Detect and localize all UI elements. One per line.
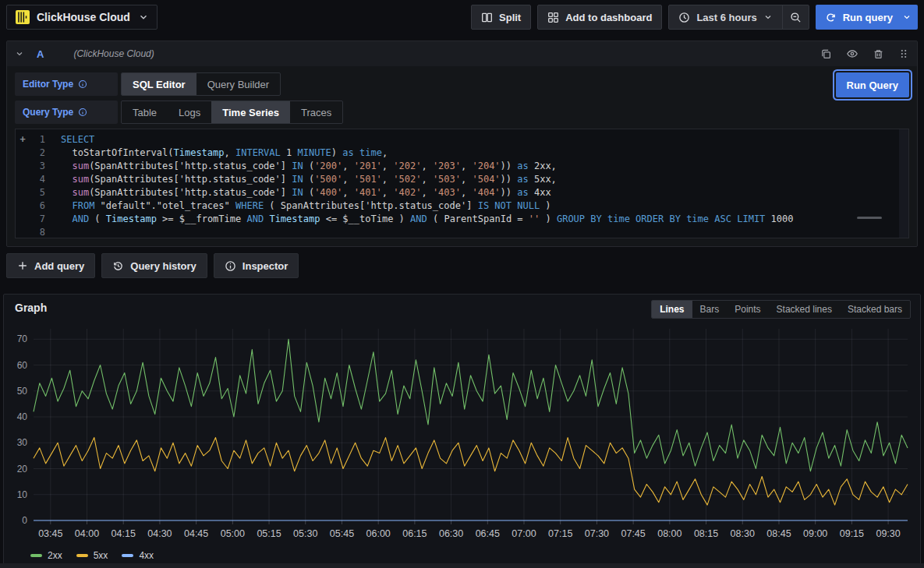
code-line[interactable]: 6 FROM "default"."otel_traces" WHERE ( S… bbox=[16, 199, 908, 213]
query-type-option-time-series[interactable]: Time Series bbox=[211, 101, 290, 123]
sql-code-editor[interactable]: +1SELECT2 toStartOfInterval(Timestamp, I… bbox=[15, 129, 909, 238]
query-row-header[interactable]: A (ClickHouse Cloud) bbox=[7, 41, 917, 66]
query-type-toggle: Table Logs Time Series Traces bbox=[121, 101, 343, 124]
code-token bbox=[61, 174, 72, 185]
query-type-option-traces[interactable]: Traces bbox=[290, 101, 342, 123]
code-token: '401' bbox=[354, 187, 382, 198]
editor-scrollbar-track[interactable] bbox=[899, 129, 908, 238]
line-number: 4 bbox=[30, 173, 45, 186]
line-gutter: +1 bbox=[16, 133, 51, 146]
x-tick-label: 04:15 bbox=[112, 528, 136, 539]
add-to-dashboard-label: Add to dashboard bbox=[565, 12, 652, 23]
split-button[interactable]: Split bbox=[471, 5, 531, 30]
code-token: , bbox=[382, 174, 393, 185]
code-text: toStartOfInterval(Timestamp, INTERVAL 1 … bbox=[51, 146, 388, 160]
code-token: as bbox=[517, 161, 528, 171]
inspector-button[interactable]: Inspector bbox=[214, 253, 299, 278]
query-type-option-table[interactable]: Table bbox=[122, 101, 168, 123]
code-line[interactable]: 2 toStartOfInterval(Timestamp, INTERVAL … bbox=[16, 146, 908, 160]
display-mode-stacked-lines[interactable]: Stacked lines bbox=[769, 301, 840, 318]
line-gutter: 5 bbox=[16, 186, 51, 199]
display-mode-stacked-bars[interactable]: Stacked bars bbox=[840, 301, 910, 318]
x-tick-label: 05:45 bbox=[330, 528, 354, 539]
time-range-button[interactable]: Last 6 hours bbox=[669, 5, 781, 29]
zoom-out-button[interactable] bbox=[782, 5, 809, 29]
add-query-button[interactable]: Add query bbox=[6, 253, 95, 278]
query-type-row: Query Type Table Logs Time Series Traces bbox=[15, 101, 909, 124]
code-token: 4xx bbox=[529, 187, 551, 198]
line-gutter: 8 bbox=[16, 226, 51, 238]
y-tick-label: 20 bbox=[17, 464, 28, 475]
query-type-option-logs[interactable]: Logs bbox=[168, 101, 211, 123]
collapse-chevron-icon[interactable] bbox=[15, 49, 24, 58]
code-token: WHERE bbox=[235, 200, 264, 211]
code-token bbox=[354, 147, 359, 158]
hide-response-eye-icon[interactable] bbox=[846, 48, 859, 60]
code-token: ) bbox=[331, 147, 342, 158]
run-query-dropdown[interactable] bbox=[899, 12, 918, 22]
display-mode-lines[interactable]: Lines bbox=[652, 301, 692, 318]
graph-body: 01020304050607003:4504:0004:1504:3004:45… bbox=[4, 321, 920, 547]
code-line[interactable]: 7 AND ( Timestamp >= $__fromTime AND Tim… bbox=[16, 213, 908, 226]
datasource-picker[interactable]: ClickHouse Cloud bbox=[6, 5, 158, 30]
code-text: sum(SpanAttributes['http.status_code'] I… bbox=[51, 186, 551, 199]
code-token: , bbox=[461, 187, 472, 198]
line-number: 5 bbox=[30, 186, 45, 199]
code-line[interactable]: 4 sum(SpanAttributes['http.status_code']… bbox=[16, 173, 908, 186]
code-line[interactable]: 3 sum(SpanAttributes['http.status_code']… bbox=[16, 160, 908, 173]
code-token: $__fromTime bbox=[179, 213, 241, 224]
code-line[interactable]: 8 bbox=[16, 226, 908, 238]
code-token: sum bbox=[72, 161, 89, 171]
x-tick-label: 03:45 bbox=[38, 528, 62, 539]
code-token: FROM bbox=[72, 200, 94, 211]
add-line-icon[interactable]: + bbox=[16, 133, 30, 146]
code-token: )) bbox=[501, 161, 518, 171]
code-token: '402' bbox=[393, 187, 421, 198]
code-line[interactable]: +1SELECT bbox=[16, 133, 908, 146]
remove-query-trash-icon[interactable] bbox=[873, 48, 884, 60]
drag-handle-icon[interactable] bbox=[898, 48, 909, 59]
line-gutter: 7 bbox=[16, 213, 51, 226]
code-line[interactable]: 5 sum(SpanAttributes['http.status_code']… bbox=[16, 186, 908, 199]
code-token: time bbox=[686, 213, 709, 224]
code-token: '200' bbox=[314, 161, 342, 171]
code-token: '400' bbox=[314, 187, 342, 198]
line-number: 8 bbox=[30, 226, 45, 238]
editor-hscrollbar-thumb[interactable] bbox=[857, 217, 882, 219]
editor-type-row: Editor Type SQL Editor Query Builder bbox=[15, 72, 909, 96]
line-gutter: 4 bbox=[16, 173, 51, 186]
x-tick-label: 09:15 bbox=[840, 528, 864, 539]
code-token: '403' bbox=[433, 187, 461, 198]
legend-item-5xx[interactable]: 5xx bbox=[76, 550, 108, 561]
legend-item-4xx[interactable]: 4xx bbox=[122, 550, 154, 561]
run-query-button[interactable]: Run query bbox=[816, 12, 899, 23]
code-token: MINUTE bbox=[297, 147, 331, 158]
duplicate-query-icon[interactable] bbox=[820, 48, 832, 60]
legend-item-2xx[interactable]: 2xx bbox=[30, 550, 62, 561]
code-text: AND ( Timestamp >= $__fromTime AND Times… bbox=[51, 213, 793, 226]
editor-type-option-sql-editor[interactable]: SQL Editor bbox=[122, 73, 196, 95]
code-token: Timestamp bbox=[269, 213, 320, 224]
query-history-button[interactable]: Query history bbox=[101, 253, 207, 278]
display-mode-points[interactable]: Points bbox=[727, 301, 768, 318]
code-text: sum(SpanAttributes['http.status_code'] I… bbox=[51, 160, 557, 173]
info-icon[interactable] bbox=[78, 108, 87, 117]
editor-type-option-query-builder[interactable]: Query Builder bbox=[196, 73, 280, 95]
info-icon[interactable] bbox=[78, 79, 87, 89]
display-mode-bars[interactable]: Bars bbox=[692, 301, 728, 318]
explore-toolbar: ClickHouse Cloud Split Add to dashboard … bbox=[0, 0, 924, 34]
time-series-chart-svg[interactable]: 01020304050607003:4504:0004:1504:3004:45… bbox=[7, 323, 912, 547]
inspector-label: Inspector bbox=[243, 260, 289, 272]
code-token: LIMIT bbox=[737, 213, 765, 224]
code-token: '202' bbox=[393, 161, 421, 171]
code-token: AND bbox=[410, 213, 427, 224]
legend-label: 4xx bbox=[139, 550, 154, 561]
run-query-panel-button[interactable]: Run Query bbox=[836, 72, 909, 97]
add-to-dashboard-button[interactable]: Add to dashboard bbox=[537, 5, 662, 30]
x-tick-label: 08:30 bbox=[731, 528, 755, 539]
code-token: , bbox=[382, 187, 393, 198]
x-tick-label: 06:00 bbox=[366, 528, 391, 539]
line-gutter: 6 bbox=[16, 199, 51, 213]
code-token: as bbox=[517, 187, 528, 198]
x-tick-label: 04:45 bbox=[184, 528, 208, 539]
